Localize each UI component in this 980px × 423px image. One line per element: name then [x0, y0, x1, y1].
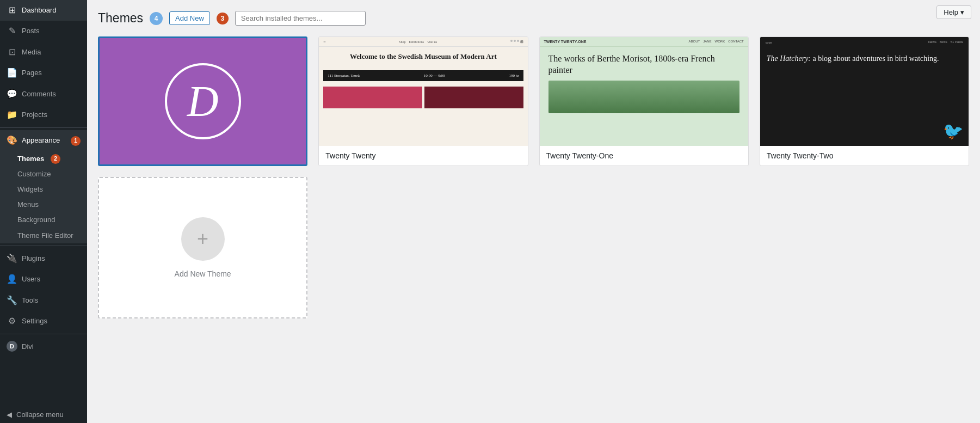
add-new-theme-card[interactable]: + Add New Theme — [98, 177, 307, 318]
twenty-twenty-one-preview: TWENTY TWENTY-ONE ABOUT JANE WORK CONTAC… — [540, 37, 748, 146]
ttwo-logo: ∞∞ — [766, 40, 772, 45]
to-title: The works of Berthe Morisot, 1800s-era F… — [548, 53, 739, 76]
tt-topbar: ≡ Shop Exhibitions Visit us — [319, 37, 527, 47]
step-3-badge: 3 — [217, 13, 229, 24]
to-site-name: TWENTY TWENTY-ONE — [544, 40, 587, 44]
sidebar-item-widgets[interactable]: Widgets — [0, 182, 87, 197]
sidebar-item-label: Appearance — [22, 136, 60, 145]
sidebar-item-media[interactable]: ⊡ Media — [0, 42, 87, 63]
themes-label: Themes — [17, 154, 44, 164]
twenty-twenty-two-preview: ∞∞ News Birds 51 Posts The Hatchery: a b… — [760, 37, 969, 146]
sidebar-item-customize[interactable]: Customize — [0, 167, 87, 182]
tt-title: Welcome to the Swedish Museum of Modern … — [319, 47, 527, 67]
theme-card-twenty-twenty-one[interactable]: TWENTY TWENTY-ONE ABOUT JANE WORK CONTAC… — [539, 36, 749, 166]
ttwo-content: The Hatchery: a blog about adventures in… — [760, 48, 969, 146]
sidebar-item-comments[interactable]: 💬 Comments — [0, 84, 87, 105]
menus-label: Menus — [17, 200, 39, 210]
theme-card-twenty-twenty-two[interactable]: ∞∞ News Birds 51 Posts The Hatchery: a b… — [760, 36, 969, 166]
sidebar-item-label: Tools — [22, 296, 38, 305]
customize-label: Customize — [17, 169, 51, 179]
sidebar-item-label: Settings — [22, 316, 47, 326]
sidebar-item-background[interactable]: Background — [0, 212, 87, 228]
tt-nav: Shop Exhibitions Visit us — [399, 40, 437, 44]
sidebar-item-dashboard[interactable]: ⊞ Dashboard — [0, 0, 87, 21]
divi-circle: D — [165, 63, 241, 139]
sidebar-item-projects[interactable]: 📁 Projects — [0, 105, 87, 125]
add-new-button[interactable]: Add New — [169, 11, 210, 25]
page-header: Themes 4 Add New 3 — [98, 11, 969, 26]
theme-file-editor-label: Theme File Editor — [17, 231, 73, 241]
theme-card-divi[interactable]: D Active: Divi Customize — [98, 36, 307, 166]
sidebar-item-pages[interactable]: 📄 Pages — [0, 63, 87, 83]
sidebar-collapse[interactable]: ◀ Collapse menu — [0, 406, 87, 423]
sidebar-item-tools[interactable]: 🔧 Tools — [0, 290, 87, 311]
sidebar-item-label: Posts — [22, 26, 40, 36]
divi-icon: D — [7, 341, 17, 352]
ttwo-title: The Hatchery: a blog about adventures in… — [767, 54, 962, 64]
sidebar-item-label: Projects — [22, 110, 47, 120]
sidebar-item-theme-file-editor[interactable]: Theme File Editor — [0, 228, 87, 243]
ttwo-nav-3: 51 Posts — [951, 40, 963, 45]
sidebar-item-settings[interactable]: ⚙ Settings — [0, 311, 87, 332]
tt-address-bar: 111 Storgatan, Umeå 10:00 — 9:00 190 kr — [323, 70, 523, 81]
twenty-twenty-one-name: Twenty Twenty-One — [540, 146, 748, 165]
posts-icon: ✎ — [7, 25, 17, 37]
ttwo-nav-2: Birds — [940, 40, 947, 45]
collapse-label: Collapse menu — [16, 410, 64, 419]
users-icon: 👤 — [7, 273, 17, 285]
tt-blocks — [323, 87, 523, 108]
to-image — [548, 81, 739, 113]
twenty-twenty-name: Twenty Twenty — [319, 146, 527, 165]
to-nav: ABOUT JANE WORK CONTACT — [689, 40, 744, 44]
themes-badge: 2 — [51, 154, 60, 164]
tools-icon: 🔧 — [7, 295, 17, 306]
sidebar-item-themes[interactable]: Themes 2 — [0, 151, 87, 167]
ttwo-nav: News Birds 51 Posts — [928, 40, 963, 45]
sidebar-item-users[interactable]: 👤 Users — [0, 269, 87, 290]
tt-menu-icon: ≡ — [323, 39, 326, 44]
twenty-twenty-two-name: Twenty Twenty-Two — [760, 146, 969, 165]
add-plus-circle: + — [181, 217, 225, 261]
background-label: Background — [17, 215, 55, 225]
tt-dots: ≡ — [323, 39, 326, 44]
sidebar-item-plugins[interactable]: 🔌 Plugins — [0, 248, 87, 269]
search-input[interactable] — [235, 11, 366, 26]
sidebar-item-menus[interactable]: Menus — [0, 197, 87, 212]
sidebar-item-label: Comments — [22, 89, 56, 99]
tt-dot-2 — [514, 40, 516, 42]
ttwo-topbar: ∞∞ News Birds 51 Posts — [760, 37, 969, 48]
media-icon: ⊡ — [7, 46, 17, 58]
themes-grid: D Active: Divi Customize ≡ — [98, 36, 969, 166]
appearance-icon: 🎨 — [7, 134, 17, 146]
help-button[interactable]: Help ▾ — [936, 5, 971, 19]
sidebar-item-posts[interactable]: ✎ Posts — [0, 21, 87, 41]
sidebar-item-divi[interactable]: D Divi — [0, 336, 87, 356]
to-nav-3: WORK — [715, 40, 725, 44]
tt-dots-right: ⊞ — [510, 40, 523, 44]
sidebar-item-label: Users — [22, 274, 40, 284]
sidebar-item-label: Media — [22, 47, 41, 57]
ttwo-bird-icon: 🐦 — [943, 121, 963, 140]
appearance-submenu: Themes 2 Customize Widgets Menus Backgro… — [0, 151, 87, 243]
to-nav-1: ABOUT — [689, 40, 700, 44]
sidebar-item-appearance[interactable]: 🎨 Appearance 1 — [0, 130, 87, 151]
tt-dot — [510, 40, 513, 42]
tt-dot-3 — [517, 40, 519, 42]
themes-count-badge: 4 — [150, 12, 163, 25]
tt-expand-icon: ⊞ — [520, 40, 523, 44]
sidebar-divider-3 — [0, 334, 87, 334]
tt-block-1 — [323, 87, 422, 108]
sidebar-divider — [0, 127, 87, 128]
divi-letter: D — [187, 77, 219, 126]
plugins-icon: 🔌 — [7, 253, 17, 265]
dashboard-icon: ⊞ — [7, 4, 17, 16]
tt-price: 190 kr — [509, 73, 519, 78]
twenty-twenty-preview: ≡ Shop Exhibitions Visit us — [319, 37, 527, 146]
divi-label: Divi — [22, 342, 34, 351]
settings-icon: ⚙ — [7, 315, 17, 327]
divi-preview: D — [100, 38, 306, 164]
ttwo-nav-1: News — [928, 40, 936, 45]
add-new-theme-label: Add New Theme — [175, 269, 231, 278]
theme-card-twenty-twenty[interactable]: ≡ Shop Exhibitions Visit us — [318, 36, 528, 166]
tt-block-2 — [424, 87, 523, 108]
